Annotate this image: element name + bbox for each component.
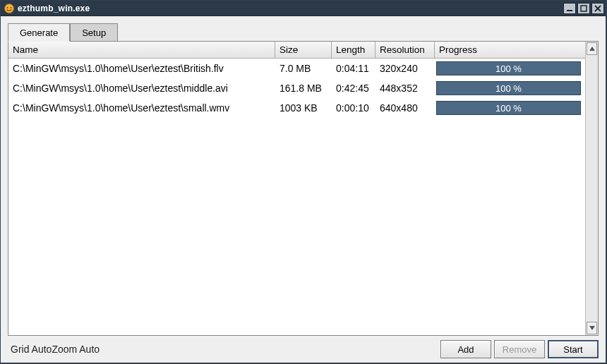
table-body: C:\MinGW\msys\1.0\home\User\eztest\Briti… (8, 59, 585, 335)
svg-rect-3 (567, 10, 572, 11)
cell-size: 7.0 MB (275, 63, 332, 74)
tab-label: Setup (82, 28, 106, 38)
scroll-down-arrow-icon[interactable] (587, 322, 597, 334)
cell-name: C:\MinGW\msys\1.0\home\User\eztest\middl… (8, 83, 275, 94)
close-button[interactable] (591, 3, 604, 14)
start-button[interactable]: Start (548, 340, 599, 358)
svg-point-2 (11, 7, 12, 8)
progress-bar: 100 % (436, 101, 581, 115)
column-header-length[interactable]: Length (332, 42, 375, 58)
table-row[interactable]: C:\MinGW\msys\1.0\home\User\eztest\Briti… (8, 59, 585, 78)
table-row[interactable]: C:\MinGW\msys\1.0\home\User\eztest\middl… (8, 78, 585, 98)
tab-row: Generate Setup (8, 22, 599, 42)
cell-resolution: 640x480 (375, 102, 435, 114)
app-window: ezthumb_win.exe Generate Setup (0, 0, 607, 364)
column-header-name[interactable]: Name (8, 42, 275, 58)
column-header-size[interactable]: Size (275, 42, 332, 58)
file-table: Name Size Length Resolution Progress C:\… (8, 41, 599, 336)
tab-generate[interactable]: Generate (8, 23, 70, 42)
table-header: Name Size Length Resolution Progress (8, 42, 585, 59)
scroll-up-arrow-icon[interactable] (587, 42, 597, 55)
cell-size: 1003 KB (275, 102, 332, 114)
app-icon (4, 3, 15, 14)
column-header-resolution[interactable]: Resolution (375, 42, 435, 58)
svg-point-0 (5, 4, 14, 13)
svg-point-1 (7, 7, 8, 8)
tab-setup[interactable]: Setup (70, 23, 118, 42)
cell-resolution: 448x352 (375, 83, 435, 94)
progress-bar: 100 % (436, 61, 581, 75)
cell-length: 0:42:45 (332, 83, 375, 94)
scroll-track[interactable] (586, 56, 598, 321)
titlebar[interactable]: ezthumb_win.exe (1, 1, 606, 16)
status-text: Grid Auto Zoom Auto (8, 340, 438, 358)
minimize-button[interactable] (563, 3, 576, 14)
cell-resolution: 320x240 (375, 63, 435, 74)
maximize-button[interactable] (577, 3, 590, 14)
tab-label: Generate (20, 28, 58, 38)
table-row[interactable]: C:\MinGW\msys\1.0\home\User\eztest\small… (8, 98, 585, 118)
progress-bar: 100 % (436, 81, 581, 95)
vertical-scrollbar[interactable] (585, 42, 598, 335)
cell-name: C:\MinGW\msys\1.0\home\User\eztest\small… (8, 102, 275, 114)
window-title: ezthumb_win.exe (18, 4, 563, 13)
status-bar: Grid Auto Zoom Auto Add Remove Start (8, 340, 599, 358)
remove-button[interactable]: Remove (494, 340, 545, 358)
column-header-progress[interactable]: Progress (435, 42, 585, 58)
cell-size: 161.8 MB (275, 83, 332, 94)
client-area: Generate Setup Name Size Length Resoluti… (1, 16, 606, 363)
cell-length: 0:04:11 (332, 63, 375, 74)
cell-length: 0:00:10 (332, 102, 375, 114)
cell-name: C:\MinGW\msys\1.0\home\User\eztest\Briti… (8, 63, 275, 74)
add-button[interactable]: Add (440, 340, 491, 358)
svg-rect-4 (581, 6, 587, 11)
